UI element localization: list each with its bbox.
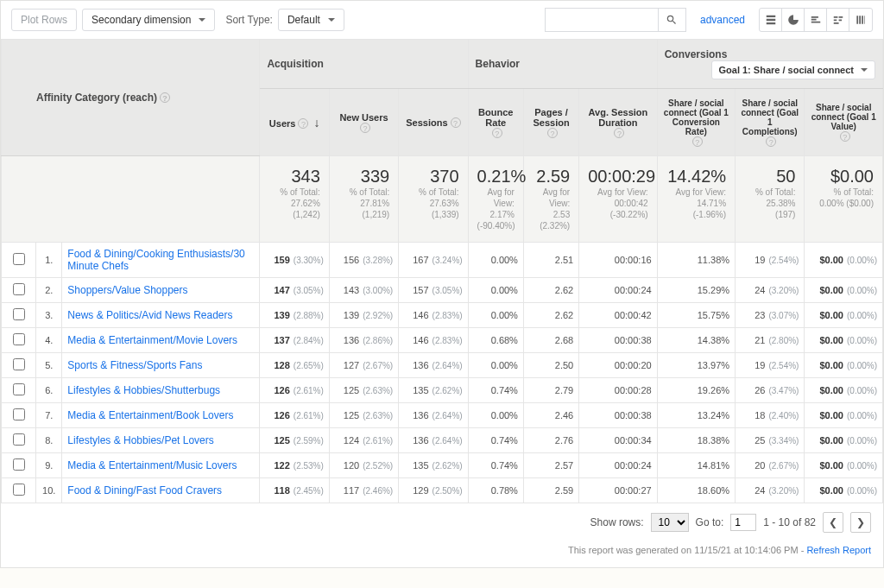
category-link[interactable]: News & Politics/Avid News Readers [67, 309, 232, 321]
category-link[interactable]: Media & Entertainment/Book Lovers [67, 409, 233, 421]
row-number: 7. [36, 403, 62, 428]
category-link[interactable]: Shoppers/Value Shoppers [67, 284, 187, 296]
show-rows-label: Show rows: [590, 516, 644, 528]
total-users-sub: % of Total: 27.62% (1,242) [268, 187, 319, 220]
table-row: 7.Media & Entertainment/Book Lovers126(2… [2, 403, 883, 428]
help-icon[interactable]: ? [298, 118, 308, 129]
primary-column-header[interactable]: Affinity Category (reach) [36, 92, 157, 104]
bounce-column[interactable]: Bounce Rate? [468, 89, 523, 156]
total-avg: 00:00:29 [588, 167, 647, 187]
chevron-down-icon [861, 68, 868, 75]
total-compl: 50 [744, 167, 795, 187]
chevron-down-icon [328, 18, 335, 25]
plot-rows-button[interactable]: Plot Rows [11, 9, 77, 31]
refresh-report-link[interactable]: Refresh Report [806, 545, 871, 555]
table-row: 1.Food & Dining/Cooking Enthusiasts/30 M… [2, 243, 883, 278]
total-new-users: 339 [338, 167, 389, 187]
table-row: 8.Lifestyles & Hobbies/Pet Lovers125(2.5… [2, 428, 883, 453]
view-pivot-icon[interactable] [849, 9, 872, 31]
row-checkbox[interactable] [13, 458, 25, 471]
search-box [545, 8, 686, 32]
category-link[interactable]: Lifestyles & Hobbies/Pet Lovers [67, 434, 213, 446]
sort-default-label: Default [287, 14, 320, 26]
conversions-group: Conversions Goal 1: Share / social conne… [657, 40, 882, 89]
row-checkbox[interactable] [13, 408, 25, 420]
total-rate: 14.42% [666, 167, 726, 187]
conversion-goal-label: Goal 1: Share / social connect [719, 65, 855, 75]
category-link[interactable]: Media & Entertainment/Movie Lovers [67, 334, 237, 346]
help-icon[interactable]: ? [547, 128, 558, 138]
report-table: Affinity Category (reach)? Acquisition B… [1, 39, 883, 503]
table-row: 4.Media & Entertainment/Movie Lovers137(… [2, 328, 883, 353]
chevron-down-icon [199, 18, 205, 25]
total-users: 343 [268, 167, 319, 187]
sort-type-label: Sort Type: [225, 14, 272, 26]
sort-desc-icon: ↓ [313, 116, 319, 130]
row-number: 2. [36, 278, 62, 303]
category-link[interactable]: Lifestyles & Hobbies/Shutterbugs [67, 384, 220, 396]
category-link[interactable]: Media & Entertainment/Music Lovers [67, 459, 237, 471]
row-checkbox[interactable] [13, 253, 25, 265]
view-mode-toggle [759, 8, 873, 32]
row-number: 10. [36, 478, 62, 503]
total-bounce: 0.21% [477, 167, 515, 187]
row-number: 4. [36, 328, 62, 353]
row-checkbox[interactable] [13, 433, 25, 446]
help-icon[interactable]: ? [492, 128, 502, 138]
goal-value-column[interactable]: Share / social connect (Goal 1 Value)? [805, 89, 883, 156]
report-generated-text: This report was generated on 11/15/21 at… [568, 545, 806, 555]
acquisition-group: Acquisition [260, 40, 468, 89]
help-icon[interactable]: ? [160, 92, 170, 103]
category-link[interactable]: Sports & Fitness/Sports Fans [67, 359, 202, 371]
avg-duration-column[interactable]: Avg. Session Duration? [579, 89, 657, 156]
help-icon[interactable]: ? [614, 128, 624, 138]
next-page-button[interactable]: ❯ [850, 512, 871, 533]
row-checkbox[interactable] [13, 308, 25, 320]
help-icon[interactable]: ? [692, 136, 703, 147]
row-number: 9. [36, 453, 62, 478]
secondary-dimension-label: Secondary dimension [92, 14, 191, 26]
sessions-column[interactable]: Sessions? [399, 89, 468, 156]
view-pie-icon[interactable] [782, 9, 805, 31]
help-icon[interactable]: ? [360, 123, 370, 133]
goto-input[interactable] [730, 514, 756, 531]
sort-type-dropdown[interactable]: Default [278, 9, 344, 31]
secondary-dimension-dropdown[interactable]: Secondary dimension [82, 9, 215, 31]
view-table-icon[interactable] [760, 9, 782, 31]
view-bar-icon[interactable] [805, 9, 827, 31]
help-icon[interactable]: ? [840, 131, 850, 142]
users-column[interactable]: Users?↓ [260, 89, 329, 156]
help-icon[interactable]: ? [451, 117, 461, 128]
goal-rate-column[interactable]: Share / social connect (Goal 1 Conversio… [657, 89, 735, 156]
table-row: 10.Food & Dining/Fast Food Cravers118(2.… [2, 478, 883, 503]
goal-completions-column[interactable]: Share / social connect (Goal 1 Completio… [736, 89, 805, 156]
category-link[interactable]: Food & Dining/Cooking Enthusiasts/30 Min… [67, 248, 244, 272]
table-row: 6.Lifestyles & Hobbies/Shutterbugs126(2.… [2, 378, 883, 403]
page-range: 1 - 10 of 82 [763, 516, 816, 528]
new-users-column[interactable]: New Users? [329, 89, 398, 156]
row-number: 8. [36, 428, 62, 453]
show-rows-select[interactable]: 10 [651, 513, 689, 532]
row-checkbox[interactable] [13, 333, 25, 345]
row-number: 6. [36, 378, 62, 403]
table-row: 2.Shoppers/Value Shoppers147(3.05%)143(3… [2, 278, 883, 303]
conversion-goal-dropdown[interactable]: Goal 1: Share / social connect [711, 60, 876, 79]
category-link[interactable]: Food & Dining/Fast Food Cravers [67, 484, 222, 496]
table-row: 9.Media & Entertainment/Music Lovers122(… [2, 453, 883, 478]
pages-column[interactable]: Pages / Session? [523, 89, 578, 156]
total-sessions: 370 [407, 167, 458, 187]
row-checkbox[interactable] [13, 358, 25, 370]
search-input[interactable] [546, 10, 658, 30]
table-row: 5.Sports & Fitness/Sports Fans128(2.65%)… [2, 353, 883, 378]
search-button[interactable] [658, 9, 685, 31]
row-checkbox[interactable] [13, 383, 25, 395]
behavior-group: Behavior [468, 40, 657, 89]
advanced-link[interactable]: advanced [700, 14, 745, 26]
row-checkbox[interactable] [13, 484, 25, 496]
conversions-label: Conversions [665, 48, 728, 60]
prev-page-button[interactable]: ❮ [823, 512, 843, 533]
row-checkbox[interactable] [13, 283, 25, 295]
view-comparison-icon[interactable] [827, 9, 849, 31]
help-icon[interactable]: ? [766, 136, 776, 147]
total-pages: 2.59 [533, 167, 570, 187]
